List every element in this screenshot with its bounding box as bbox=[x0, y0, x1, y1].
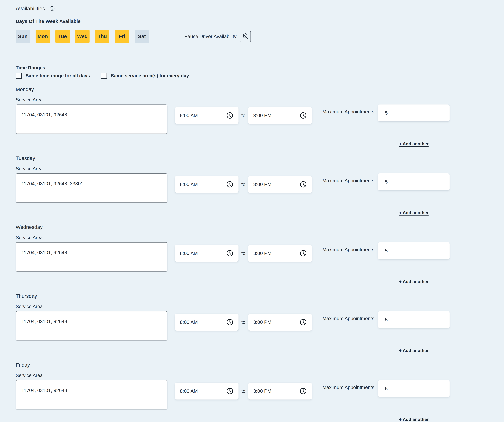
service-area-input[interactable]: 11704, 03101, 92648 bbox=[16, 380, 168, 409]
service-area-label: Service Area bbox=[16, 373, 43, 378]
start-time-field[interactable] bbox=[175, 107, 239, 124]
end-time-input[interactable] bbox=[253, 251, 293, 256]
end-time-field[interactable] bbox=[248, 383, 312, 399]
day-name-heading: Tuesday bbox=[16, 155, 35, 161]
day-name-heading: Thursday bbox=[16, 293, 37, 299]
clock-icon[interactable] bbox=[300, 318, 307, 326]
same-service-area-label: Same service area(s) for every day bbox=[111, 73, 189, 79]
end-time-input[interactable] bbox=[253, 319, 293, 325]
start-time-input[interactable] bbox=[180, 319, 219, 325]
bell-slash-icon bbox=[242, 33, 249, 40]
availabilities-page: Availabilities i Days Of The Week Availa… bbox=[0, 0, 504, 422]
service-area-label: Service Area bbox=[16, 235, 43, 240]
maximum-appointments-input[interactable] bbox=[378, 311, 450, 328]
start-time-input[interactable] bbox=[180, 113, 219, 118]
add-another-link[interactable]: + Add another bbox=[378, 417, 450, 422]
day-availability-section: Monday Service Area 11704, 03101, 92648 … bbox=[16, 86, 504, 155]
add-another-link[interactable]: + Add another bbox=[378, 279, 450, 284]
to-label: to bbox=[241, 319, 246, 325]
service-area-input[interactable]: 11704, 03101, 92648 bbox=[16, 242, 168, 272]
days-of-week-buttons: SunMonTueWedThuFriSat bbox=[16, 30, 149, 43]
maximum-appointments-label: Maximum Appointments bbox=[322, 246, 378, 253]
day-button-sun[interactable]: Sun bbox=[16, 30, 30, 43]
clock-icon[interactable] bbox=[300, 112, 307, 119]
start-time-input[interactable] bbox=[180, 182, 219, 187]
start-time-field[interactable] bbox=[175, 383, 239, 399]
service-area-label: Service Area bbox=[16, 304, 43, 309]
maximum-appointments-input[interactable] bbox=[378, 380, 450, 397]
start-time-field[interactable] bbox=[175, 176, 239, 193]
svg-text:i: i bbox=[52, 7, 53, 11]
to-label: to bbox=[241, 182, 246, 187]
same-time-range-checkbox[interactable] bbox=[16, 73, 22, 79]
start-time-field[interactable] bbox=[175, 314, 239, 330]
to-label: to bbox=[241, 388, 246, 394]
availabilities-header: Availabilities i bbox=[16, 5, 504, 12]
clock-icon[interactable] bbox=[300, 387, 307, 395]
add-another-link[interactable]: + Add another bbox=[378, 348, 450, 353]
maximum-appointments-label: Maximum Appointments bbox=[322, 315, 378, 322]
time-range-group: to bbox=[175, 245, 312, 262]
pause-driver-availability: Pause Driver Availability bbox=[184, 31, 251, 42]
clock-icon[interactable] bbox=[300, 250, 307, 257]
days-row: SunMonTueWedThuFriSat Pause Driver Avail… bbox=[16, 30, 504, 43]
maximum-appointments-input[interactable] bbox=[378, 242, 450, 259]
day-availability-section: Tuesday Service Area 11704, 03101, 92648… bbox=[16, 155, 504, 224]
service-area-input[interactable]: 11704, 03101, 92648 bbox=[16, 104, 168, 134]
service-area-label: Service Area bbox=[16, 166, 43, 171]
end-time-field[interactable] bbox=[248, 107, 312, 124]
same-service-area-checkbox[interactable] bbox=[101, 73, 107, 79]
day-availability-section: Friday Service Area 11704, 03101, 92648 … bbox=[16, 362, 504, 422]
clock-icon[interactable] bbox=[226, 250, 234, 257]
same-time-range-label: Same time range for all days bbox=[26, 73, 90, 79]
page-title: Availabilities bbox=[16, 6, 45, 12]
clock-icon[interactable] bbox=[226, 181, 234, 188]
day-button-tue[interactable]: Tue bbox=[55, 30, 70, 43]
add-another-link[interactable]: + Add another bbox=[378, 141, 450, 146]
same-time-range-option[interactable]: Same time range for all days bbox=[16, 73, 90, 79]
add-another-link[interactable]: + Add another bbox=[378, 210, 450, 215]
time-range-group: to bbox=[175, 176, 312, 193]
time-range-group: to bbox=[175, 107, 312, 124]
start-time-field[interactable] bbox=[175, 245, 239, 262]
maximum-appointments-input[interactable] bbox=[378, 173, 450, 190]
day-button-thu[interactable]: Thu bbox=[95, 30, 109, 43]
clock-icon[interactable] bbox=[226, 112, 234, 119]
day-button-sat[interactable]: Sat bbox=[135, 30, 149, 43]
day-availability-sections: Monday Service Area 11704, 03101, 92648 … bbox=[16, 86, 504, 422]
end-time-field[interactable] bbox=[248, 314, 312, 330]
start-time-input[interactable] bbox=[180, 388, 219, 394]
day-button-wed[interactable]: Wed bbox=[75, 30, 90, 43]
maximum-appointments-label: Maximum Appointments bbox=[322, 177, 378, 184]
info-icon[interactable]: i bbox=[49, 6, 55, 11]
day-button-mon[interactable]: Mon bbox=[36, 30, 50, 43]
end-time-field[interactable] bbox=[248, 245, 312, 262]
clock-icon[interactable] bbox=[226, 387, 234, 395]
day-name-heading: Monday bbox=[16, 86, 34, 92]
end-time-input[interactable] bbox=[253, 388, 293, 394]
time-range-group: to bbox=[175, 314, 312, 330]
day-availability-section: Thursday Service Area 11704, 03101, 9264… bbox=[16, 293, 504, 362]
end-time-field[interactable] bbox=[248, 176, 312, 193]
pause-driver-availability-button[interactable] bbox=[240, 31, 251, 42]
clock-icon[interactable] bbox=[226, 318, 234, 326]
service-area-input[interactable]: 11704, 03101, 92648 bbox=[16, 311, 168, 341]
clock-icon[interactable] bbox=[300, 181, 307, 188]
time-ranges-label: Time Ranges bbox=[16, 65, 504, 70]
end-time-input[interactable] bbox=[253, 182, 293, 187]
service-area-input[interactable]: 11704, 03101, 92648, 33301 bbox=[16, 173, 168, 203]
start-time-input[interactable] bbox=[180, 251, 219, 256]
same-service-area-option[interactable]: Same service area(s) for every day bbox=[101, 73, 189, 79]
maximum-appointments-input[interactable] bbox=[378, 104, 450, 121]
time-range-options-row: Same time range for all days Same servic… bbox=[16, 72, 504, 79]
service-area-label: Service Area bbox=[16, 97, 43, 103]
maximum-appointments-label: Maximum Appointments bbox=[322, 108, 378, 115]
day-name-heading: Friday bbox=[16, 362, 30, 368]
end-time-input[interactable] bbox=[253, 113, 293, 118]
day-availability-section: Wednesday Service Area 11704, 03101, 926… bbox=[16, 224, 504, 293]
to-label: to bbox=[241, 251, 246, 256]
day-button-fri[interactable]: Fri bbox=[115, 30, 129, 43]
days-of-week-label: Days Of The Week Available bbox=[16, 18, 504, 24]
to-label: to bbox=[241, 113, 246, 118]
maximum-appointments-label: Maximum Appointments bbox=[322, 384, 378, 391]
